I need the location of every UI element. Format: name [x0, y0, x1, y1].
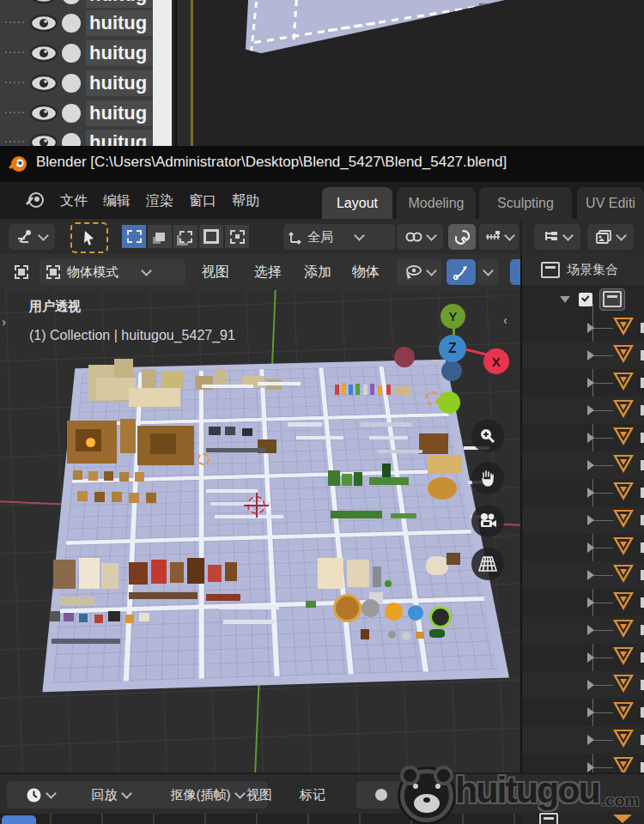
expand-arrow-icon[interactable] — [587, 597, 594, 608]
viewport-menu-1[interactable]: 选择 — [246, 254, 290, 290]
eye-icon[interactable] — [29, 0, 58, 9]
preview-outliner-row[interactable]: huitug — [0, 100, 153, 127]
viewport-menu-0[interactable]: 视图 — [193, 254, 238, 290]
expand-arrow-icon[interactable] — [587, 378, 594, 388]
timeline-menu-2[interactable]: 视图 — [240, 781, 278, 809]
restrict-circle-icon[interactable] — [62, 74, 81, 93]
eye-icon[interactable] — [29, 131, 58, 146]
expand-arrow-icon[interactable] — [587, 488, 594, 498]
tab-sculpting[interactable]: Sculpting — [479, 187, 572, 219]
mode-dropdown[interactable]: 物体模式 — [39, 259, 185, 285]
select-mode-intersect-button[interactable] — [225, 225, 249, 248]
expand-arrow-icon[interactable] — [587, 570, 594, 580]
viewport-3d[interactable]: Y Z X 用户透视 (1) Col — [0, 290, 520, 772]
tab-layout[interactable]: Layout — [322, 187, 392, 219]
eye-icon[interactable] — [29, 42, 58, 68]
scene-collection-row[interactable]: 场景集合 — [522, 254, 644, 285]
camera-view-button[interactable] — [471, 505, 504, 537]
expand-arrow-icon[interactable] — [587, 350, 594, 360]
expand-arrow-icon[interactable] — [587, 680, 594, 690]
preview-scrollbar[interactable] — [153, 0, 172, 146]
collection-checkbox[interactable] — [579, 293, 592, 306]
preview-outliner-row[interactable]: huitug — [0, 9, 153, 37]
snap-target-dropdown[interactable] — [479, 224, 519, 250]
outliner-object-row[interactable] — [522, 451, 644, 479]
select-mode-invert-button[interactable] — [199, 225, 223, 248]
timeline-menu-0[interactable]: 回放 — [65, 781, 156, 809]
timeline-playhead[interactable] — [2, 815, 36, 824]
preview-outliner-row[interactable]: huitug — [0, 39, 153, 67]
transform-orientation-dropdown[interactable]: 全局 — [283, 224, 395, 250]
sidebar-expand-arrow[interactable]: ‹ — [503, 312, 507, 327]
outliner-object-row[interactable] — [522, 699, 644, 726]
viewport-menu-3[interactable]: 物体 — [343, 254, 388, 290]
select-mode-set-button[interactable] — [122, 225, 146, 248]
gizmo-ball-y[interactable]: Y — [440, 304, 465, 329]
outliner-object-row[interactable] — [522, 534, 644, 561]
zoom-button[interactable] — [471, 420, 504, 452]
select-tool-button[interactable] — [70, 222, 108, 253]
expand-arrow-icon[interactable] — [587, 405, 594, 415]
select-mode-extend-button[interactable] — [148, 225, 172, 248]
viewport-menu-2[interactable]: 添加 — [295, 254, 340, 290]
expand-arrow-icon[interactable] — [587, 625, 594, 635]
restrict-circle-icon[interactable] — [62, 0, 81, 4]
restrict-circle-icon[interactable] — [62, 133, 81, 146]
outliner-object-row[interactable] — [522, 342, 644, 369]
gizmos-toggle-button[interactable] — [447, 259, 476, 285]
expand-arrow-icon[interactable] — [587, 460, 594, 470]
editor-type-button[interactable] — [5, 260, 38, 284]
eye-icon[interactable] — [29, 12, 58, 38]
outliner-object-row[interactable] — [522, 397, 644, 424]
tab-uv-editi[interactable]: UV Editi — [577, 187, 644, 219]
gizmos-dropdown[interactable] — [477, 259, 498, 285]
preview-outliner-row[interactable]: huitug — [0, 0, 153, 9]
outliner-object-row[interactable] — [522, 671, 644, 699]
gizmo-ball-neg-z[interactable] — [441, 360, 462, 381]
restrict-circle-icon[interactable] — [62, 14, 81, 33]
expand-arrow-icon[interactable] — [587, 707, 594, 718]
outliner-object-row[interactable] — [522, 726, 644, 754]
expand-triangle-icon[interactable] — [560, 296, 570, 303]
pan-button[interactable] — [471, 462, 504, 494]
menu-0[interactable]: 文件 — [50, 182, 98, 219]
auto-keying-button[interactable] — [356, 781, 406, 809]
expand-arrow-icon[interactable] — [587, 323, 594, 333]
outliner-object-row[interactable] — [522, 616, 644, 644]
snap-toggle-button[interactable] — [448, 224, 476, 250]
overlays-toggle-button-partial[interactable] — [510, 259, 520, 285]
menu-1[interactable]: 编辑 — [93, 182, 141, 219]
menu-3[interactable]: 窗口 — [179, 182, 227, 219]
timeline-menu-3[interactable]: 标记 — [294, 781, 331, 809]
tab-modeling[interactable]: Modeling — [397, 187, 476, 219]
restrict-circle-icon[interactable] — [62, 104, 81, 123]
gizmo-ball-z[interactable]: Z — [439, 335, 466, 362]
menu-4[interactable]: 帮助 — [222, 182, 270, 219]
outliner-object-row[interactable] — [522, 589, 644, 616]
expand-arrow-icon[interactable] — [587, 652, 594, 663]
outliner-object-row[interactable] — [522, 644, 644, 671]
outliner-object-row[interactable] — [522, 479, 644, 506]
eye-icon[interactable] — [29, 72, 58, 98]
outliner-object-row[interactable] — [522, 314, 644, 342]
blender-menu-logo-icon[interactable] — [24, 191, 45, 209]
expand-arrow-icon[interactable] — [587, 735, 594, 745]
outliner-object-row[interactable] — [522, 424, 644, 451]
preview-outliner-row[interactable]: huitug — [0, 129, 153, 146]
preview-outliner-row[interactable]: huitug — [0, 70, 153, 97]
timeline-editor-type-button[interactable] — [7, 781, 74, 809]
expand-arrow-icon[interactable] — [587, 433, 594, 443]
outliner-object-row[interactable] — [522, 369, 644, 397]
outliner-object-row[interactable] — [522, 561, 644, 589]
object-visibility-dropdown[interactable] — [397, 259, 441, 285]
gizmo-ball-x[interactable]: X — [483, 348, 509, 374]
collection-row[interactable] — [522, 286, 644, 312]
toolbar-expand-arrow[interactable]: › — [2, 314, 6, 329]
outliner-object-row[interactable] — [522, 506, 644, 534]
pivot-point-dropdown[interactable] — [397, 224, 443, 250]
gizmo-ball-neg-y[interactable] — [438, 391, 460, 414]
restrict-circle-icon[interactable] — [62, 44, 81, 63]
outliner-display-mode-dropdown[interactable] — [534, 224, 580, 250]
eye-icon[interactable] — [29, 102, 58, 128]
timeline-ruler[interactable] — [0, 814, 522, 824]
